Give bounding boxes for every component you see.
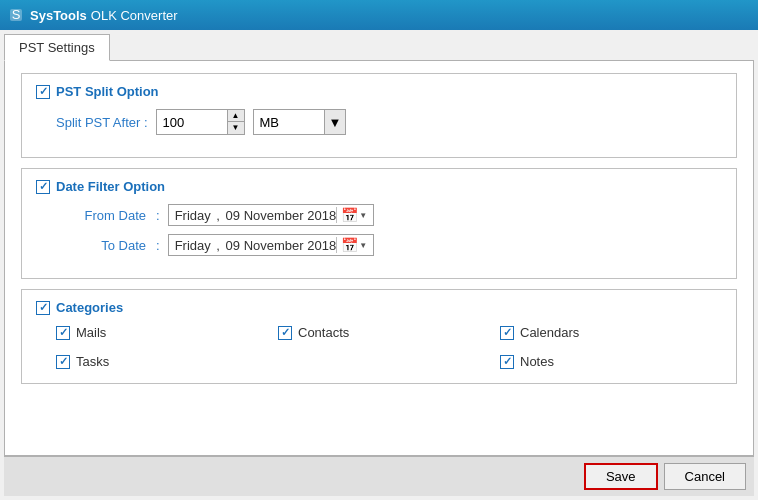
cancel-button[interactable]: Cancel — [664, 463, 746, 490]
categories-section: Categories Mails Contacts Calendars — [21, 289, 737, 384]
unit-dropdown-arrow[interactable]: ▼ — [324, 110, 346, 134]
to-date-row: To Date : Friday , 09 November 2018 📅 ▼ — [56, 234, 722, 256]
main-container: PST Settings PST Split Option Split PST … — [0, 30, 758, 500]
from-date-label: From Date — [56, 208, 146, 223]
tab-pst-settings[interactable]: PST Settings — [4, 34, 110, 61]
tasks-checkbox[interactable] — [56, 355, 70, 369]
category-contacts: Contacts — [278, 325, 500, 340]
tab-bar: PST Settings — [4, 34, 754, 61]
bottom-bar: Save Cancel — [4, 456, 754, 496]
tasks-label: Tasks — [76, 354, 109, 369]
unit-select[interactable]: MB ▼ — [253, 109, 347, 135]
app-icon: S — [8, 7, 24, 23]
date-dropdown-arrow: ▼ — [359, 211, 367, 220]
svg-text:S: S — [12, 7, 21, 22]
to-date-field[interactable]: Friday , 09 November 2018 📅 ▼ — [168, 234, 374, 256]
categories-header: Categories — [36, 300, 722, 315]
from-date-field[interactable]: Friday , 09 November 2018 📅 ▼ — [168, 204, 374, 226]
to-date-label: To Date — [56, 238, 146, 253]
title-bar: S SysTools OLK Converter — [0, 0, 758, 30]
from-date-rest: 09 November 2018 — [226, 208, 337, 223]
chevron-down-icon: ▼ — [329, 115, 342, 130]
categories-label: Categories — [56, 300, 123, 315]
categories-grid: Mails Contacts Calendars Tasks — [56, 325, 722, 369]
calendars-checkbox[interactable] — [500, 326, 514, 340]
calendar-icon-2: 📅 — [341, 237, 357, 253]
notes-label: Notes — [520, 354, 554, 369]
split-value-input[interactable] — [157, 110, 227, 134]
date-filter-checkbox[interactable] — [36, 180, 50, 194]
category-calendars: Calendars — [500, 325, 722, 340]
to-date-day: Friday — [175, 238, 211, 253]
spin-buttons: ▲ ▼ — [227, 110, 244, 134]
split-after-label: Split PST After : — [56, 115, 148, 130]
split-after-row: Split PST After : ▲ ▼ MB ▼ — [56, 109, 722, 135]
split-option-label: PST Split Option — [56, 84, 159, 99]
to-date-rest: 09 November 2018 — [226, 238, 337, 253]
empty-cell — [278, 354, 500, 369]
calendars-label: Calendars — [520, 325, 579, 340]
mails-checkbox[interactable] — [56, 326, 70, 340]
app-title: OLK Converter — [91, 8, 178, 23]
to-date-picker-button[interactable]: 📅 ▼ — [336, 237, 367, 253]
calendar-icon: 📅 — [341, 207, 357, 223]
date-filter-label: Date Filter Option — [56, 179, 165, 194]
notes-checkbox[interactable] — [500, 355, 514, 369]
contacts-checkbox[interactable] — [278, 326, 292, 340]
pst-split-section: PST Split Option Split PST After : ▲ ▼ M… — [21, 73, 737, 158]
split-value-spinner[interactable]: ▲ ▼ — [156, 109, 245, 135]
from-date-row: From Date : Friday , 09 November 2018 📅 … — [56, 204, 722, 226]
spin-up-button[interactable]: ▲ — [228, 110, 244, 122]
category-tasks: Tasks — [56, 354, 278, 369]
date-filter-section: Date Filter Option From Date : Friday , … — [21, 168, 737, 279]
spin-down-button[interactable]: ▼ — [228, 122, 244, 134]
unit-display: MB — [254, 112, 324, 133]
from-date-colon: : — [156, 208, 160, 223]
date-dropdown-arrow-2: ▼ — [359, 241, 367, 250]
date-section-header: Date Filter Option — [36, 179, 722, 194]
contacts-label: Contacts — [298, 325, 349, 340]
split-section-header: PST Split Option — [36, 84, 722, 99]
mails-label: Mails — [76, 325, 106, 340]
app-name: SysTools — [30, 8, 87, 23]
category-mails: Mails — [56, 325, 278, 340]
categories-checkbox[interactable] — [36, 301, 50, 315]
category-notes: Notes — [500, 354, 722, 369]
content-area: PST Split Option Split PST After : ▲ ▼ M… — [4, 61, 754, 456]
from-date-day: Friday — [175, 208, 211, 223]
split-option-checkbox[interactable] — [36, 85, 50, 99]
save-button[interactable]: Save — [584, 463, 658, 490]
to-date-colon: : — [156, 238, 160, 253]
from-date-picker-button[interactable]: 📅 ▼ — [336, 207, 367, 223]
